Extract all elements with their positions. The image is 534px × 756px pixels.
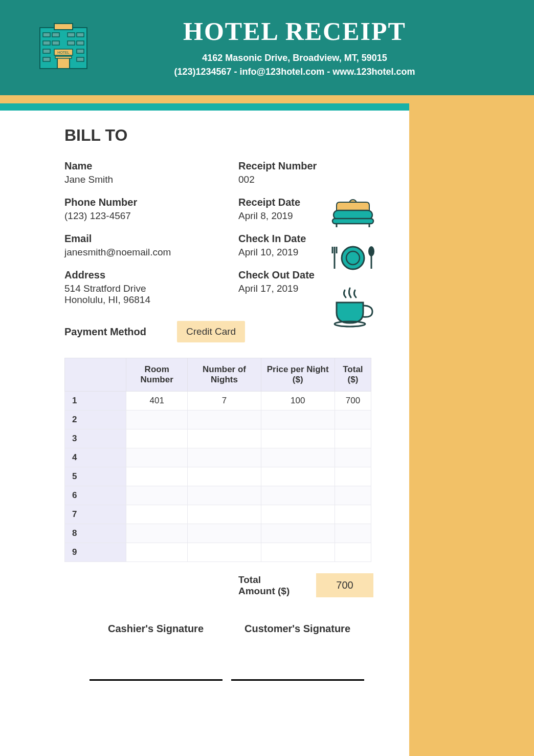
table-row: 14017100700: [65, 392, 371, 411]
cell-n: 6: [65, 486, 126, 505]
table-row: 3: [65, 429, 371, 448]
name-label: Name: [64, 160, 238, 172]
cell-n: 2: [65, 411, 126, 429]
field-phone: Phone Number (123) 123-4567: [64, 197, 238, 222]
cell-n: 8: [65, 524, 126, 543]
name-value: Jane Smith: [64, 174, 238, 185]
address-line1: 514 Stratford Drive: [64, 283, 238, 294]
cell-room: [126, 543, 188, 562]
cell-total: [335, 486, 371, 505]
cell-n: 3: [65, 429, 126, 448]
field-address: Address 514 Stratford Drive Honolulu, HI…: [64, 269, 238, 306]
amenity-icons: [327, 199, 379, 330]
svg-rect-12: [43, 57, 50, 61]
cell-price: [261, 486, 335, 505]
svg-rect-8: [68, 41, 75, 45]
yellow-strip: [0, 95, 534, 103]
cell-price: [261, 429, 335, 448]
svg-rect-16: [57, 57, 70, 69]
hotel-contact: (123)1234567 - info@123hotel.com - www.1…: [91, 65, 498, 79]
cell-room: [126, 411, 188, 429]
th-room: Room Number: [126, 358, 188, 392]
cell-nights: [188, 429, 261, 448]
cell-total: 700: [335, 392, 371, 411]
svg-rect-3: [52, 33, 59, 37]
address-line2: Honolulu, HI, 96814: [64, 294, 238, 306]
cell-nights: [188, 448, 261, 467]
table-row: 7: [65, 505, 371, 524]
table-row: 9: [65, 543, 371, 562]
table-row: 5: [65, 467, 371, 486]
cell-nights: 7: [188, 392, 261, 411]
th-nights: Number of Nights: [188, 358, 261, 392]
customer-sig-line[interactable]: [231, 635, 364, 681]
right-yellow-panel: [409, 103, 534, 756]
svg-point-23: [342, 247, 364, 269]
email-label: Email: [64, 233, 238, 245]
charges-table: Room Number Number of Nights Price per N…: [64, 358, 371, 562]
teal-strip: [0, 103, 409, 111]
cell-price: [261, 543, 335, 562]
page-title: HOTEL RECEIPT: [91, 16, 498, 46]
svg-point-29: [368, 246, 374, 256]
cell-total: [335, 429, 371, 448]
cell-nights: [188, 524, 261, 543]
th-total: Total ($): [335, 358, 371, 392]
cell-price: [261, 448, 335, 467]
hotel-address: 4162 Masonic Drive, Broadview, MT, 59015: [91, 51, 498, 65]
cell-room: [126, 429, 188, 448]
table-header-row: Room Number Number of Nights Price per N…: [65, 358, 371, 392]
receipt-number-label: Receipt Number: [238, 160, 356, 172]
svg-rect-5: [77, 33, 84, 37]
email-value: janesmith@noemail.com: [64, 247, 238, 258]
total-row: Total Amount ($) 700: [238, 573, 373, 597]
cell-total: [335, 411, 371, 429]
cell-price: [261, 505, 335, 524]
total-value: 700: [316, 573, 373, 597]
receipt-number-value: 002: [238, 174, 356, 185]
field-email: Email janesmith@noemail.com: [64, 233, 238, 258]
cell-n: 7: [65, 505, 126, 524]
header: HOTEL HOTEL RECEIPT 4162 Masonic Drive, …: [0, 0, 534, 95]
cell-total: [335, 467, 371, 486]
cell-n: 5: [65, 467, 126, 486]
svg-rect-6: [43, 41, 50, 45]
cell-price: [261, 524, 335, 543]
cell-room: [126, 486, 188, 505]
cell-price: [261, 411, 335, 429]
cell-total: [335, 448, 371, 467]
svg-rect-7: [52, 41, 59, 45]
svg-rect-20: [332, 219, 373, 224]
cell-room: 401: [126, 392, 188, 411]
cell-room: [126, 505, 188, 524]
header-text: HOTEL RECEIPT 4162 Masonic Drive, Broadv…: [91, 16, 498, 79]
th-price: Price per Night ($): [261, 358, 335, 392]
customer-signature: Customer's Signature: [227, 623, 368, 681]
dining-icon: [329, 244, 376, 274]
address-label: Address: [64, 269, 238, 281]
svg-point-31: [335, 321, 365, 327]
field-name: Name Jane Smith: [64, 160, 238, 185]
cell-price: 100: [261, 392, 335, 411]
payment-label: Payment Method: [64, 326, 146, 338]
cell-price: [261, 467, 335, 486]
bed-icon: [329, 199, 376, 231]
total-label: Total Amount ($): [238, 574, 296, 597]
svg-rect-1: [54, 24, 73, 30]
table-row: 8: [65, 524, 371, 543]
cell-nights: [188, 505, 261, 524]
cell-n: 4: [65, 448, 126, 467]
cashier-sig-label: Cashier's Signature: [85, 623, 227, 635]
cell-total: [335, 524, 371, 543]
svg-rect-10: [43, 49, 50, 53]
signatures: Cashier's Signature Customer's Signature: [64, 623, 373, 681]
svg-rect-11: [77, 49, 84, 53]
cashier-sig-line[interactable]: [90, 635, 222, 681]
svg-rect-2: [43, 33, 50, 37]
table-row: 2: [65, 411, 371, 429]
cell-room: [126, 524, 188, 543]
svg-rect-17: [55, 56, 72, 58]
cell-nights: [188, 467, 261, 486]
cell-room: [126, 448, 188, 467]
hotel-building-icon: HOTEL: [36, 23, 91, 73]
